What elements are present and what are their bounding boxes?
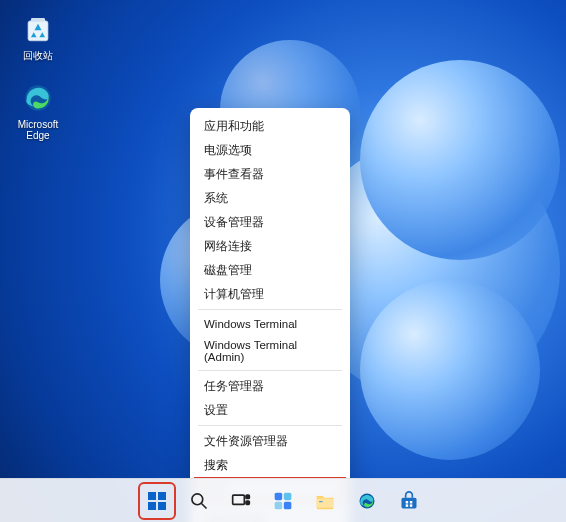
svg-rect-20	[406, 501, 409, 504]
svg-rect-6	[158, 502, 166, 510]
svg-rect-19	[402, 497, 417, 508]
search-button[interactable]	[182, 484, 216, 518]
store-button[interactable]	[392, 484, 426, 518]
desktop-icon-label: Microsoft Edge	[8, 119, 68, 141]
menu-item-label: 计算机管理	[204, 288, 264, 300]
taskbar	[0, 478, 566, 522]
svg-rect-10	[246, 495, 249, 498]
taskview-button[interactable]	[224, 484, 258, 518]
svg-rect-15	[284, 501, 292, 509]
svg-rect-14	[275, 501, 283, 509]
svg-rect-12	[275, 492, 283, 500]
menu-item-power-options[interactable]: 电源选项	[190, 138, 350, 162]
menu-separator	[198, 370, 342, 371]
svg-rect-1	[31, 18, 45, 22]
menu-item-label: 任务管理器	[204, 380, 264, 392]
start-icon	[146, 490, 168, 512]
recycle-bin-icon	[20, 10, 56, 46]
menu-item-label: 磁盘管理	[204, 264, 252, 276]
menu-item-network-connections[interactable]: 网络连接	[190, 234, 350, 258]
file-explorer-button[interactable]	[308, 484, 342, 518]
store-icon	[398, 490, 420, 512]
start-button[interactable]	[140, 484, 174, 518]
menu-separator	[198, 309, 342, 310]
desktop-icon-recycle-bin[interactable]: 回收站	[8, 10, 68, 63]
menu-item-system[interactable]: 系统	[190, 186, 350, 210]
file-explorer-icon	[314, 490, 336, 512]
menu-item-label: 设备管理器	[204, 216, 264, 228]
edge-icon	[20, 80, 56, 116]
desktop-icon-edge[interactable]: Microsoft Edge	[8, 80, 68, 141]
svg-rect-23	[410, 504, 413, 507]
menu-item-windows-terminal[interactable]: Windows Terminal	[190, 313, 350, 334]
desktop-icon-label: 回收站	[8, 49, 68, 63]
menu-item-label: 搜索	[204, 459, 228, 471]
svg-rect-22	[406, 504, 409, 507]
wallpaper-bloom	[360, 280, 540, 460]
menu-item-device-manager[interactable]: 设备管理器	[190, 210, 350, 234]
svg-rect-13	[284, 492, 292, 500]
menu-item-label: Windows Terminal (Admin)	[204, 339, 297, 363]
menu-item-label: 文件资源管理器	[204, 435, 288, 447]
menu-item-windows-terminal-admin[interactable]: Windows Terminal (Admin)	[190, 334, 350, 367]
menu-separator	[198, 425, 342, 426]
menu-item-file-explorer[interactable]: 文件资源管理器	[190, 429, 350, 453]
svg-point-7	[192, 493, 203, 504]
menu-item-label: 电源选项	[204, 144, 252, 156]
start-context-menu: 应用和功能电源选项事件查看器系统设备管理器网络连接磁盘管理计算机管理Window…	[190, 108, 350, 522]
svg-rect-3	[148, 492, 156, 500]
menu-item-event-viewer[interactable]: 事件查看器	[190, 162, 350, 186]
svg-rect-5	[148, 502, 156, 510]
edge-icon	[356, 490, 378, 512]
taskview-icon	[230, 490, 252, 512]
menu-item-apps-features[interactable]: 应用和功能	[190, 114, 350, 138]
menu-item-task-manager[interactable]: 任务管理器	[190, 374, 350, 398]
wallpaper-bloom	[360, 60, 560, 260]
svg-rect-11	[246, 501, 249, 504]
menu-item-label: 设置	[204, 404, 228, 416]
svg-rect-16	[317, 498, 334, 507]
widgets-button[interactable]	[266, 484, 300, 518]
search-icon	[188, 490, 210, 512]
svg-rect-17	[319, 501, 322, 502]
svg-rect-4	[158, 492, 166, 500]
menu-item-label: 应用和功能	[204, 120, 264, 132]
menu-item-label: 网络连接	[204, 240, 252, 252]
menu-item-label: 事件查看器	[204, 168, 264, 180]
svg-line-8	[202, 503, 207, 508]
menu-item-label: 系统	[204, 192, 228, 204]
menu-item-label: Windows Terminal	[204, 318, 297, 330]
menu-item-settings[interactable]: 设置	[190, 398, 350, 422]
desktop[interactable]: 回收站 Microsoft Edge 应用和功能电源选项事件查看器系统设备管理器…	[0, 0, 566, 522]
menu-item-computer-management[interactable]: 计算机管理	[190, 282, 350, 306]
edge-button[interactable]	[350, 484, 384, 518]
svg-rect-21	[410, 501, 413, 504]
svg-rect-9	[233, 495, 245, 504]
menu-item-search[interactable]: 搜索	[190, 453, 350, 477]
widgets-icon	[272, 490, 294, 512]
menu-item-disk-management[interactable]: 磁盘管理	[190, 258, 350, 282]
